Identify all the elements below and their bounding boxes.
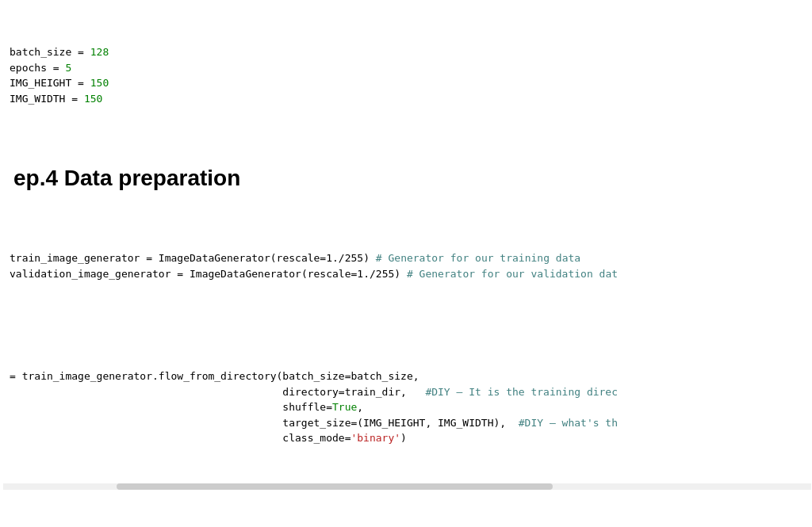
notebook: batch_size = 128 epochs = 5 IMG_HEIGHT =…: [0, 2, 812, 527]
scrollbar-thumb[interactable]: [117, 483, 553, 490]
markdown-content: ep.4 Data preparation: [1, 151, 811, 205]
section-heading-cell: ep.4 Data preparation: [0, 151, 812, 206]
code-text: batch_size = 128 epochs = 5 IMG_HEIGHT =…: [3, 9, 811, 142]
config-code-cell: batch_size = 128 epochs = 5 IMG_HEIGHT =…: [0, 2, 812, 149]
flow-code-block: = train_image_generator.flow_from_direct…: [1, 327, 811, 498]
output-cell-1: Found 2000 images belonging to 2 classes…: [0, 500, 812, 528]
flow-code-cell: = train_image_generator.flow_from_direct…: [0, 326, 812, 498]
flow-code-text: = train_image_generator.flow_from_direct…: [3, 333, 811, 482]
horizontal-scrollbar[interactable]: [3, 483, 811, 490]
section-title: ep.4 Data preparation: [13, 166, 799, 191]
generator-code-block: train_image_generator = ImageDataGenerat…: [1, 208, 811, 323]
config-code-block: batch_size = 128 epochs = 5 IMG_HEIGHT =…: [1, 2, 811, 148]
generator-code-text: train_image_generator = ImageDataGenerat…: [3, 215, 811, 317]
generator-code-cell: train_image_generator = ImageDataGenerat…: [0, 208, 812, 324]
output-text-1: Found 2000 images belonging to 2 classes…: [1, 501, 811, 528]
